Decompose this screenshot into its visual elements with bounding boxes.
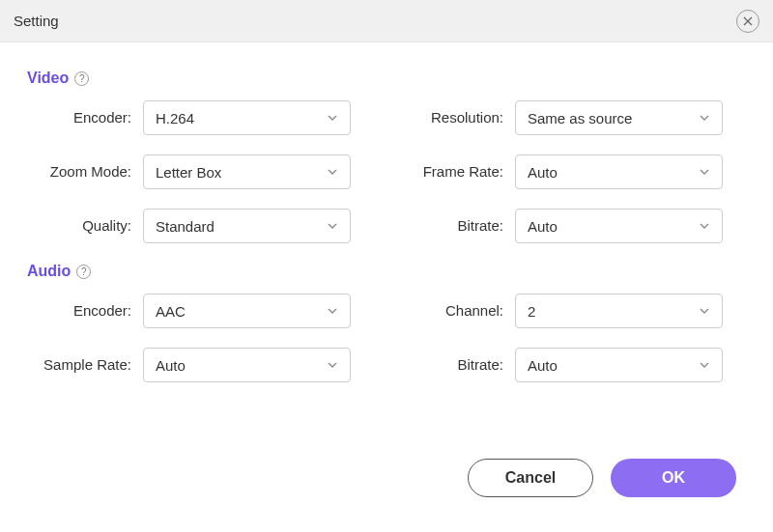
video-bitrate-select[interactable]: Auto: [515, 209, 723, 243]
chevron-down-icon: [699, 359, 710, 371]
channel-value: 2: [528, 303, 535, 320]
audio-bitrate-select[interactable]: Auto: [515, 348, 723, 382]
chevron-down-icon: [327, 305, 338, 317]
channel-label: Channel:: [399, 302, 515, 320]
chevron-down-icon: [327, 112, 338, 124]
chevron-down-icon: [699, 166, 710, 178]
resolution-label: Resolution:: [399, 109, 515, 126]
sample-rate-value: Auto: [156, 357, 186, 374]
window-title: Setting: [14, 13, 59, 29]
sample-rate-label: Sample Rate:: [27, 356, 143, 374]
video-encoder-select[interactable]: H.264: [143, 100, 351, 135]
zoom-mode-select[interactable]: Letter Box: [143, 154, 351, 189]
chevron-down-icon: [699, 112, 710, 124]
chevron-down-icon: [699, 220, 710, 232]
audio-encoder-label: Encoder:: [27, 302, 143, 320]
video-encoder-value: H.264: [156, 110, 194, 126]
audio-section-title: Audio ?: [27, 263, 746, 280]
quality-value: Standard: [156, 218, 215, 235]
quality-select[interactable]: Standard: [143, 209, 351, 243]
close-icon: [743, 16, 753, 26]
ok-button[interactable]: OK: [611, 459, 736, 497]
zoom-mode-value: Letter Box: [156, 164, 221, 181]
chevron-down-icon: [327, 166, 338, 178]
footer-buttons: Cancel OK: [468, 459, 736, 497]
quality-label: Quality:: [27, 217, 143, 235]
audio-section-label: Audio: [27, 263, 71, 280]
frame-rate-select[interactable]: Auto: [515, 154, 723, 189]
resolution-select[interactable]: Same as source: [515, 100, 723, 135]
cancel-button[interactable]: Cancel: [468, 459, 593, 497]
zoom-mode-label: Zoom Mode:: [27, 163, 143, 181]
chevron-down-icon: [327, 220, 338, 232]
help-icon[interactable]: ?: [76, 265, 91, 279]
help-icon[interactable]: ?: [74, 71, 89, 86]
sample-rate-select[interactable]: Auto: [143, 348, 351, 382]
video-bitrate-label: Bitrate:: [399, 217, 515, 235]
audio-bitrate-value: Auto: [528, 357, 558, 374]
chevron-down-icon: [327, 359, 338, 371]
chevron-down-icon: [699, 305, 710, 317]
close-button[interactable]: [736, 10, 759, 33]
audio-bitrate-label: Bitrate:: [399, 356, 515, 374]
audio-encoder-select[interactable]: AAC: [143, 294, 351, 328]
video-section-title: Video ?: [27, 70, 746, 87]
frame-rate-value: Auto: [528, 164, 558, 181]
frame-rate-label: Frame Rate:: [399, 163, 515, 181]
video-section-label: Video: [27, 70, 69, 87]
resolution-value: Same as source: [528, 110, 632, 126]
titlebar: Setting: [0, 0, 773, 42]
video-encoder-label: Encoder:: [27, 109, 143, 126]
channel-select[interactable]: 2: [515, 294, 723, 328]
audio-encoder-value: AAC: [156, 303, 186, 320]
video-bitrate-value: Auto: [528, 218, 558, 235]
